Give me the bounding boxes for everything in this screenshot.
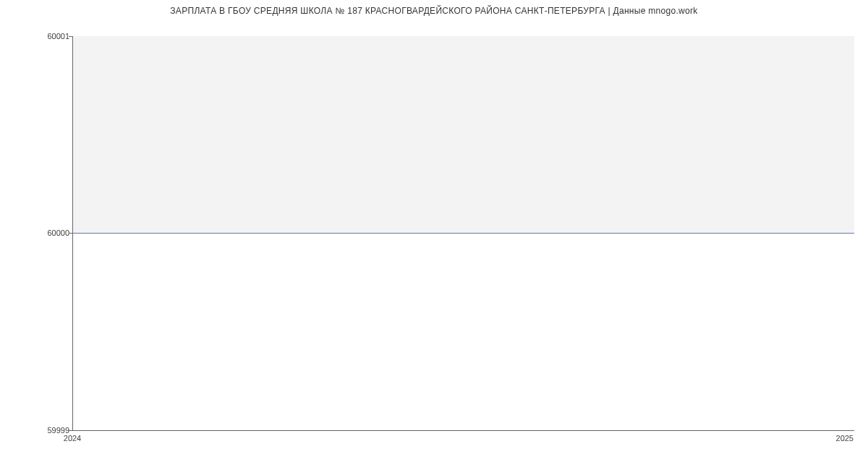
y-tick-label: 60001	[26, 32, 69, 40]
y-tick-mark	[69, 430, 72, 431]
y-tick-mark	[69, 36, 72, 37]
data-line	[73, 233, 854, 234]
area-fill	[73, 36, 854, 233]
y-tick-mark	[69, 233, 72, 234]
chart-title: ЗАРПЛАТА В ГБОУ СРЕДНЯЯ ШКОЛА № 187 КРАС…	[0, 6, 868, 16]
plot-area	[72, 36, 854, 431]
x-tick-label: 2025	[836, 434, 854, 443]
x-tick-label: 2024	[64, 434, 81, 443]
y-tick-label: 60000	[26, 228, 69, 237]
